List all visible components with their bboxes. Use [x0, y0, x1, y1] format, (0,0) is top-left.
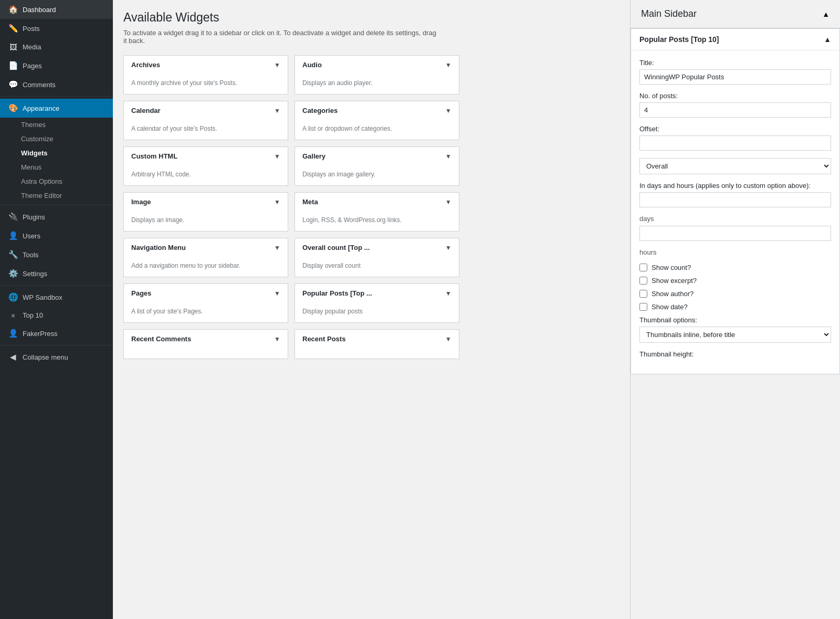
widget-card-pages: Pages ▼ A list of your site's Pages. — [123, 284, 288, 323]
thumbnail-options-select[interactable]: Thumbnails inline, before title Thumbnai… — [639, 327, 831, 343]
widget-card-audio-header[interactable]: Audio ▼ — [295, 56, 459, 74]
widget-overall-count-name: Overall count [Top ... — [302, 244, 370, 251]
chevron-down-icon: ▼ — [445, 198, 452, 206]
collapse-panel-icon: ▲ — [824, 35, 831, 44]
sidebar-item-label: Appearance — [23, 104, 59, 112]
sidebar-item-fakerpress[interactable]: 👤 FakerPress — [0, 324, 113, 343]
sidebar-item-tools[interactable]: 🔧 Tools — [0, 245, 113, 264]
in-days-hours-label: In days and hours (applies only to custo… — [639, 182, 831, 190]
sidebar-item-pages[interactable]: 📄 Pages — [0, 56, 113, 75]
wpsandbox-icon: 🌐 — [8, 292, 18, 302]
widget-navigation-menu-desc: Add a navigation menu to your sidebar. — [131, 262, 240, 269]
widget-popular-posts-name: Popular Posts [Top ... — [302, 289, 372, 297]
in-days-hours-input[interactable] — [639, 192, 831, 207]
widget-card-archives-header[interactable]: Archives ▼ — [124, 56, 288, 74]
show-excerpt-checkbox[interactable] — [639, 277, 647, 285]
available-widgets-header: Available Widgets To activate a widget d… — [123, 11, 620, 45]
widget-card-categories-header[interactable]: Categories ▼ — [295, 101, 459, 120]
show-count-checkbox[interactable] — [639, 264, 647, 271]
thumbnail-options-label: Thumbnail options: — [639, 316, 831, 324]
sidebar-item-label: Dashboard — [23, 6, 56, 14]
popular-posts-widget-header[interactable]: Popular Posts [Top 10] ▲ — [631, 29, 839, 50]
sidebar-item-posts[interactable]: ✏️ Posts — [0, 19, 113, 38]
title-label: Title: — [639, 59, 831, 67]
posts-icon: ✏️ — [8, 24, 18, 33]
main-content: Available Widgets To activate a widget d… — [113, 0, 630, 619]
sidebar-divider-2 — [0, 205, 113, 205]
widget-pages-desc: A list of your site's Pages. — [131, 308, 203, 315]
show-date-checkbox[interactable] — [639, 303, 647, 311]
main-sidebar-title: Main Sidebar — [641, 8, 697, 19]
pages-icon: 📄 — [8, 61, 18, 70]
popular-posts-widget-panel: Popular Posts [Top 10] ▲ Title: No. of p… — [631, 28, 840, 374]
widget-card-overall-count: Overall count [Top ... ▼ Display overall… — [295, 238, 459, 277]
widget-card-custom-html-header[interactable]: Custom HTML ▼ — [124, 147, 288, 165]
chevron-down-icon: ▼ — [445, 244, 452, 251]
sidebar-item-media[interactable]: 🖼 Media — [0, 38, 113, 56]
widget-categories-desc: A list or dropdown of categories. — [302, 125, 392, 132]
widget-card-popular-posts-header[interactable]: Popular Posts [Top ... ▼ — [295, 284, 459, 302]
no-of-posts-input[interactable] — [639, 102, 831, 118]
widget-card-calendar-header[interactable]: Calendar ▼ — [124, 101, 288, 120]
widget-recent-comments-name: Recent Comments — [131, 335, 191, 343]
sidebar-sub-widgets[interactable]: Widgets — [0, 146, 113, 160]
widget-gallery-desc: Displays an image gallery. — [302, 171, 375, 178]
sidebar-item-top10[interactable]: ≡ Top 10 — [0, 307, 113, 324]
sidebar-item-settings[interactable]: ⚙️ Settings — [0, 264, 113, 283]
sidebar-sub-theme-editor[interactable]: Theme Editor — [0, 188, 113, 203]
sidebar-item-label: WP Sandbox — [23, 293, 62, 301]
sidebar-item-wpsandbox[interactable]: 🌐 WP Sandbox — [0, 288, 113, 307]
right-sidebar: Main Sidebar ▲ Popular Posts [Top 10] ▲ … — [630, 0, 840, 619]
widget-card-pages-header[interactable]: Pages ▼ — [124, 284, 288, 302]
thumbnail-height-label: Thumbnail height: — [639, 350, 831, 358]
hours-field-row — [639, 226, 831, 241]
title-field-row: Title: — [639, 59, 831, 85]
sidebar-item-plugins[interactable]: 🔌 Plugins — [0, 207, 113, 226]
range-select[interactable]: Overall Daily Weekly Monthly — [639, 158, 831, 174]
dashboard-icon: 🏠 — [8, 5, 18, 14]
collapse-menu-button[interactable]: ◀ Collapse menu — [0, 348, 113, 366]
sidebar-sub-themes[interactable]: Themes — [0, 118, 113, 132]
sidebar-sub-astra-options[interactable]: Astra Options — [0, 174, 113, 188]
sidebar-item-appearance[interactable]: 🎨 Appearance — [0, 99, 113, 118]
sidebar-item-label: Plugins — [23, 213, 45, 221]
widget-card-meta: Meta ▼ Login, RSS, & WordPress.org links… — [295, 192, 459, 232]
show-author-checkbox[interactable] — [639, 290, 647, 298]
chevron-down-icon: ▼ — [274, 153, 280, 160]
widget-card-image-header[interactable]: Image ▼ — [124, 193, 288, 211]
widget-archives-name: Archives — [131, 61, 160, 69]
widget-card-gallery-header[interactable]: Gallery ▼ — [295, 147, 459, 165]
widget-pages-name: Pages — [131, 289, 151, 297]
plugins-icon: 🔌 — [8, 212, 18, 222]
chevron-down-icon: ▼ — [445, 153, 452, 160]
widget-card-recent-comments-header[interactable]: Recent Comments ▼ — [124, 330, 288, 348]
widget-card-calendar: Calendar ▼ A calendar of your site's Pos… — [123, 101, 288, 140]
collapse-sidebar-icon[interactable]: ▲ — [822, 10, 830, 18]
sidebar-item-comments[interactable]: 💬 Comments — [0, 75, 113, 94]
widget-card-meta-header[interactable]: Meta ▼ — [295, 193, 459, 211]
right-sidebar-title: Main Sidebar ▲ — [631, 0, 840, 28]
no-of-posts-label: No. of posts: — [639, 92, 831, 100]
show-excerpt-label: Show excerpt? — [652, 277, 697, 285]
widget-card-navigation-menu-header[interactable]: Navigation Menu ▼ — [124, 238, 288, 257]
widget-card-custom-html: Custom HTML ▼ Arbitrary HTML code. — [123, 146, 288, 186]
widget-card-recent-comments: Recent Comments ▼ — [123, 329, 288, 359]
chevron-down-icon: ▼ — [445, 61, 452, 69]
widget-card-recent-posts-header[interactable]: Recent Posts ▼ — [295, 330, 459, 348]
no-of-posts-field-row: No. of posts: — [639, 92, 831, 118]
sidebar-item-label: Media — [23, 43, 41, 51]
widget-image-name: Image — [131, 198, 151, 206]
sidebar-item-dashboard[interactable]: 🏠 Dashboard — [0, 0, 113, 19]
widget-meta-body: Login, RSS, & WordPress.org links. — [295, 211, 459, 231]
sidebar-item-users[interactable]: 👤 Users — [0, 226, 113, 245]
comments-icon: 💬 — [8, 80, 18, 89]
widget-card-overall-count-header[interactable]: Overall count [Top ... ▼ — [295, 238, 459, 257]
offset-input[interactable] — [639, 135, 831, 151]
sidebar-sub-customize[interactable]: Customize — [0, 132, 113, 146]
sidebar-item-label: Settings — [23, 270, 47, 278]
hours-input[interactable] — [639, 226, 831, 241]
show-author-label: Show author? — [652, 290, 694, 298]
title-input[interactable] — [639, 69, 831, 85]
sidebar-sub-menus[interactable]: Menus — [0, 160, 113, 174]
widget-calendar-desc: A calendar of your site's Posts. — [131, 125, 217, 132]
